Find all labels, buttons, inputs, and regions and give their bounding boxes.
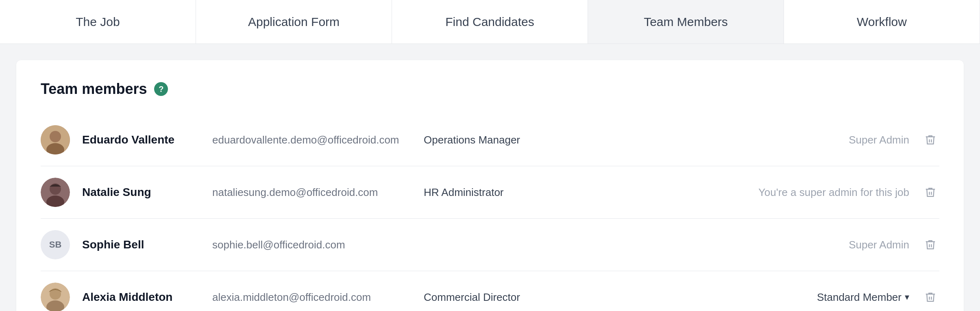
member-email: alexia.middleton@officedroid.com — [212, 291, 424, 304]
member-status: You're a super admin for this job — [586, 186, 921, 199]
table-row: SB Sophie Bell sophie.bell@officedroid.c… — [41, 219, 939, 271]
delete-button[interactable] — [921, 131, 939, 149]
main-content: Team members ? Eduardo Vallente eduardov… — [0, 44, 980, 311]
avatar — [41, 178, 70, 207]
member-email: eduardovallente.demo@officedroid.com — [212, 134, 424, 146]
delete-button[interactable] — [921, 236, 939, 254]
team-members-card: Team members ? Eduardo Vallente eduardov… — [16, 60, 964, 311]
status-label: Standard Member — [817, 291, 902, 304]
member-name: Sophie Bell — [82, 238, 212, 251]
section-title: Team members — [41, 80, 147, 98]
avatar — [41, 125, 70, 154]
member-name: Alexia Middleton — [82, 291, 212, 304]
member-role: Operations Manager — [424, 134, 586, 146]
trash-icon — [924, 186, 936, 198]
nav-the-job[interactable]: The Job — [0, 0, 196, 43]
member-status: Super Admin — [586, 134, 921, 146]
member-name: Eduardo Vallente — [82, 133, 212, 146]
navigation: The Job Application Form Find Candidates… — [0, 0, 980, 44]
nav-team-members[interactable]: Team Members — [588, 0, 784, 43]
member-email: nataliesung.demo@officedroid.com — [212, 186, 424, 199]
svg-point-1 — [50, 131, 61, 142]
delete-button[interactable] — [921, 288, 939, 306]
member-list: Eduardo Vallente eduardovallente.demo@of… — [41, 114, 939, 311]
avatar-image — [41, 125, 70, 154]
member-role: Commercial Director — [424, 291, 586, 304]
table-row: Natalie Sung nataliesung.demo@officedroi… — [41, 166, 939, 219]
section-header: Team members ? — [41, 80, 939, 98]
svg-point-7 — [50, 288, 61, 300]
member-email: sophie.bell@officedroid.com — [212, 239, 424, 251]
trash-icon — [924, 291, 936, 303]
nav-find-candidates[interactable]: Find Candidates — [392, 0, 588, 43]
table-row: Alexia Middleton alexia.middleton@office… — [41, 271, 939, 311]
member-role: HR Administrator — [424, 186, 586, 199]
member-status-dropdown[interactable]: Standard Member ▾ — [586, 291, 921, 304]
avatar: SB — [41, 230, 70, 259]
chevron-down-icon: ▾ — [905, 292, 909, 302]
trash-icon — [924, 134, 936, 146]
avatar-image — [41, 283, 70, 311]
trash-icon — [924, 239, 936, 251]
avatar-image — [41, 178, 70, 207]
nav-workflow[interactable]: Workflow — [784, 0, 980, 43]
table-row: Eduardo Vallente eduardovallente.demo@of… — [41, 114, 939, 166]
member-name: Natalie Sung — [82, 186, 212, 199]
nav-application-form[interactable]: Application Form — [196, 0, 392, 43]
member-status: Super Admin — [586, 239, 921, 251]
delete-button[interactable] — [921, 183, 939, 201]
help-icon[interactable]: ? — [154, 82, 168, 96]
avatar — [41, 283, 70, 311]
